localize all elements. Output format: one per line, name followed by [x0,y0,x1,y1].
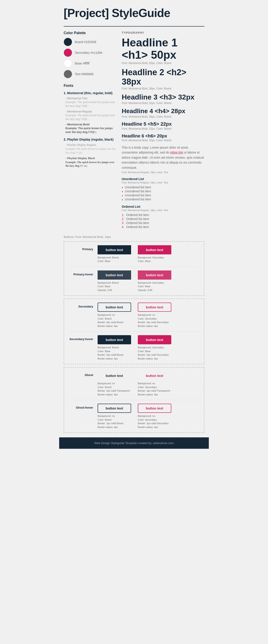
primary-hover-secondary-desc: Background: SecondaryColor: BaseOpacity:… [138,281,171,292]
buttons-section: Buttons: Font: Montserrat Bold, 18px Pri… [59,235,209,433]
primary-hover-row: Primary:hover button text Background: Br… [64,267,204,296]
color-palette-section: Color Palette Brand #162838 Secondary #c… [64,31,117,78]
ghost-label: Ghost [69,371,98,377]
body-copy-sub: Font: Montserrat Regular, 18px, color: T… [122,171,204,174]
secondary-label: Secondary #cc1d5e [75,51,103,54]
ghost-hover-label: Ghost:hover [69,404,98,409]
font-montserrat-title: 1. Montserrat (thin, regular, bold) [64,91,117,95]
ghost-hover-sec-desc: Background: noColor: SecondaryBorder: 2p… [138,414,171,429]
ghost-button-group: Ghost button text Background: noColor: B… [64,367,204,433]
base-swatch [64,59,72,68]
primary-secondary-item: button text Background: SecondaryColor: … [138,245,171,263]
list-item: Unordered list item [122,193,204,197]
ghost-hover-btn-pair: button text Background: noColor: BrandBo… [98,404,171,429]
body-copy: This is a body copy: Lorem ipsum dolor s… [122,145,204,170]
list-item: Unordered list item [122,185,204,189]
footer: Web Design Styleguide Template created b… [59,437,209,449]
secondary-hover-sec-button[interactable]: button text [138,335,171,344]
ghost-hover-row: Ghost:hover button text Background: noCo… [64,400,204,432]
montserrat-thin-label: - Montserrat Thin [66,96,117,100]
primary-secondary-desc: Background: SecondaryColor: Base [138,256,171,263]
primary-brand-desc: Background: BrandColor: Base [98,256,131,263]
secondary-hover-row: Secondary:hover button text Background: … [64,332,204,364]
fonts-section: Fonts 1. Montserrat (thin, regular, bold… [64,84,117,168]
secondary-brand-desc: Background: noColor: BrandBorder: 2px so… [98,313,131,328]
ghost-sec-desc: Background: noColor: SecondaryBorder: 2p… [138,382,171,396]
secondary-button-group: Secondary button text Background: noColo… [64,298,204,364]
typo-h1: Headline 1 <h1> 50px [122,36,204,61]
secondary-btn-pair: button text Background: noColor: BrandBo… [98,302,171,328]
ghost-brand-item: button text Background: noColor: BrandBo… [98,371,131,396]
font-family-montserrat: 1. Montserrat (thin, regular, bold) - Mo… [64,91,117,134]
primary-hover-secondary-button[interactable]: button text [138,270,171,280]
ordered-list: Ordered list item Ordered list item Orde… [122,213,204,229]
primary-hover-label: Primary:hover [69,270,98,276]
buttons-label: Buttons: Font: Montserrat Bold, 18px [64,235,204,238]
playfair-regular-label: - Playfair Display Regular [66,143,117,146]
ghost-hover-brand-item: button text Background: noColor: BrandBo… [98,404,131,429]
header: [Project] StyleGuide [59,0,209,24]
unordered-list-sub: Font: Montserrat Regular, 18px, color: T… [122,181,204,184]
secondary-hover-brand-button[interactable]: button text [98,335,131,344]
color-palette-title: Color Palette [64,31,117,35]
ghost-sec-item: button text Background: noColor: Seconda… [138,371,171,396]
color-secondary: Secondary #cc1d5e [64,48,117,57]
primary-hover-secondary-item: button text Background: SecondaryColor: … [138,270,171,292]
primary-brand-item: button text Background: BrandColor: Base [98,245,131,263]
secondary-hover-sec-item: button text Background: SecondaryColor: … [138,335,171,360]
primary-brand-button[interactable]: button text [98,245,131,254]
secondary-sec-button[interactable]: button text [138,302,171,312]
typo-h2: Headline 2 <h2> 38px [122,68,204,86]
color-brand: Brand #162838 [64,38,117,46]
montserrat-bold-example: Example: The quick brown fox jumps over … [66,126,117,134]
typo-h6-sub: Font: Montserrat Bold, 20px, Color: Bran… [122,139,204,142]
unordered-list-title: Unordered List [122,177,204,181]
secondary-hover-sec-desc: Background: SecondaryColor: BaseBorder: … [138,346,171,360]
typo-h3: Headline 3 <h3> 32px [122,93,204,101]
primary-hover-brand-button[interactable]: button text [98,270,131,280]
main-content: Color Palette Brand #162838 Secondary #c… [59,26,209,232]
montserrat-thin-example: Example: The quick brown fox jumps over … [66,100,117,108]
primary-btn-pair: button text Background: BrandColor: Base… [98,245,171,263]
list-item: Unordered list item [122,189,204,193]
secondary-row: Secondary button text Background: noColo… [64,299,204,331]
typo-h6: Headline 6 <h6> 20px [122,134,204,138]
typo-h1-sub: Font: Montserrat Bold, 50px, Color: Bran… [122,62,204,65]
primary-row: Primary button text Background: BrandCol… [64,242,204,267]
ghost-brand-button[interactable]: button text [98,371,131,380]
buttons-title: Buttons: [64,235,75,238]
secondary-brand-button[interactable]: button text [98,302,131,312]
color-text: Text #666666 [64,70,117,78]
list-item: Ordered list item [122,221,204,225]
primary-label: Primary [69,245,98,251]
footer-text: Web Design Styleguide Template created b… [94,442,173,445]
font-playfair-title: 2. Playfair Display (regular, black) [64,138,117,141]
ghost-btn-pair: button text Background: noColor: BrandBo… [98,371,171,396]
typo-h3-sub: Font: Montserrat Bold, 32px, Color: Bran… [122,102,204,105]
typo-h5: Headline 5 <h5> 22px [122,122,204,127]
ghost-hover-sec-button[interactable]: button text [138,404,171,413]
secondary-hover-brand-desc: Background: BrandColor: BaseBorder: 2px … [98,346,131,360]
left-column: Color Palette Brand #162838 Secondary #c… [64,31,117,232]
ghost-hover-brand-button[interactable]: button text [98,404,131,413]
typography-title: Typography [122,31,204,34]
secondary-brand-item: button text Background: noColor: BrandBo… [98,302,131,328]
primary-secondary-button[interactable]: button text [138,245,171,254]
typo-h4: Headline 4 <h4> 28px [122,108,204,115]
fonts-title: Fonts [64,84,117,88]
ordered-list-section: Ordered List Font: Montserrat Regular, 1… [122,205,204,229]
typo-h5-sub: Font: Montserrat Bold, 22px, Color: Bran… [122,127,204,130]
unordered-list-section: Unordered List Font: Montserrat Regular,… [122,177,204,201]
montserrat-regular-example: Example: The quick brown fox jumps over … [66,114,117,121]
ghost-sec-button[interactable]: button text [138,371,171,380]
secondary-hover-btn-pair: button text Background: BrandColor: Base… [98,335,171,360]
secondary-sec-desc: Background: noColor: SecondaryBorder: 2p… [138,313,171,328]
ghost-row: Ghost button text Background: noColor: B… [64,368,204,400]
ghost-brand-desc: Background: noColor: BrandBorder: 2px so… [98,382,131,396]
ordered-list-title: Ordered List [122,205,204,208]
ghost-hover-sec-item: button text Background: noColor: Seconda… [138,404,171,429]
inline-link[interactable]: inline link [170,150,183,154]
list-item: Ordered list item [122,213,204,217]
list-item: Unordered list item [122,197,204,201]
montserrat-regular-label: - Montserrat Regular [66,110,117,113]
